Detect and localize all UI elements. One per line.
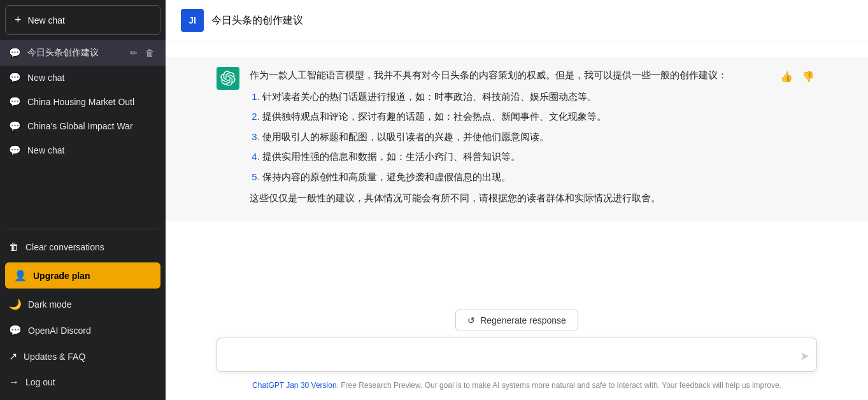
chat-item-label: 今日头条创作建议 [27, 47, 121, 59]
discord-item[interactable]: 💬 OpenAI Discord [0, 317, 166, 343]
chat-item-label: China Housing Market Outl [27, 97, 157, 107]
discord-icon: 💬 [9, 324, 22, 336]
edit-icon[interactable]: ✏ [127, 46, 140, 59]
sidebar-chat-item-new-chat-2[interactable]: 💬 New chat [0, 138, 166, 162]
new-chat-label: New chat [28, 15, 65, 25]
sidebar-divider [8, 229, 158, 229]
list-item-text: 提供独特观点和评论，探讨有趣的话题，如：社会热点、新闻事件、文化现象等。 [262, 111, 606, 122]
list-item-text: 保持内容的原创性和高质量，避免抄袭和虚假信息的出现。 [262, 171, 511, 182]
upgrade-plan-item[interactable]: 👤 Upgrade plan [5, 262, 160, 289]
plus-icon: + [15, 13, 22, 27]
message-actions: 👍 👎 [778, 67, 817, 84]
footer-text: ChatGPT Jan 30 Version. Free Research Pr… [252, 381, 781, 390]
assistant-outro: 这些仅仅是一般性的建议，具体情况可能会有所不同，请根据您的读者群体和实际情况进行… [250, 190, 767, 206]
logout-item[interactable]: → Log out [0, 369, 166, 395]
clear-conversations-item[interactable]: 🗑 Clear conversations [0, 234, 166, 260]
sidebar-chat-item-new-chat-1[interactable]: 💬 New chat [0, 66, 166, 90]
logout-label: Log out [25, 377, 55, 387]
discord-label: OpenAI Discord [28, 325, 91, 336]
list-item-text: 提供实用性强的信息和数据，如：生活小窍门、科普知识等。 [262, 151, 520, 162]
item-actions: ✏ 🗑 [127, 46, 157, 59]
sidebar-chat-item-today-toutiao[interactable]: 💬 今日头条创作建议 ✏ 🗑 [0, 40, 166, 66]
list-item: 提供实用性强的信息和数据，如：生活小窍门、科普知识等。 [262, 148, 767, 165]
user-initials: JI [189, 15, 196, 25]
thumbs-up-button[interactable]: 👍 [778, 69, 795, 84]
chat-item-label: China's Global Impact War [27, 121, 157, 131]
openai-avatar [217, 67, 239, 90]
assistant-message: 作为一款人工智能语言模型，我并不具有对今日头条的内容策划的权威。但是，我可以提供… [166, 57, 868, 222]
dark-mode-label: Dark mode [28, 299, 71, 310]
sidebar-bottom: 🗑 Clear conversations 👤 Upgrade plan 🌙 D… [0, 232, 166, 400]
openai-logo-icon [220, 71, 236, 86]
list-item-text: 使用吸引人的标题和配图，以吸引读者的兴趣，并使他们愿意阅读。 [262, 131, 549, 142]
chat-bubble-icon: 💬 [9, 145, 21, 156]
new-chat-button[interactable]: + New chat [5, 5, 160, 35]
main-content: JI 今日头条的创作建议 作为一款人工智能语言模型，我并不具有对今日头条的内容策… [166, 0, 868, 400]
delete-icon[interactable]: 🗑 [143, 46, 157, 59]
assistant-message-content: 作为一款人工智能语言模型，我并不具有对今日头条的内容策划的权威。但是，我可以提供… [250, 67, 767, 211]
upgrade-plan-label: Upgrade plan [33, 271, 90, 281]
chat-item-label: New chat [27, 73, 157, 83]
external-link-icon: ↗ [9, 350, 17, 362]
chat-bubble-icon: 💬 [9, 120, 21, 132]
chat-header: JI 今日头条的创作建议 [166, 0, 868, 41]
moon-icon: 🌙 [9, 298, 22, 310]
user-avatar: JI [181, 9, 204, 32]
list-item: 提供独特观点和评论，探讨有趣的话题，如：社会热点、新闻事件、文化现象等。 [262, 108, 767, 125]
updates-faq-label: Updates & FAQ [24, 352, 85, 362]
chat-title: 今日头条的创作建议 [211, 14, 303, 27]
list-item: 保持内容的原创性和高质量，避免抄袭和虚假信息的出现。 [262, 169, 767, 185]
assistant-intro: 作为一款人工智能语言模型，我并不具有对今日头条的内容策划的权威。但是，我可以提供… [250, 67, 767, 83]
chat-bubble-icon: 💬 [9, 72, 21, 83]
chat-bubble-icon: 💬 [9, 47, 21, 59]
send-icon: ➤ [800, 349, 809, 363]
list-item-text: 针对读者关心的热门话题进行报道，如：时事政治、科技前沿、娱乐圈动态等。 [262, 91, 597, 102]
chat-bubble-icon: 💬 [9, 96, 21, 108]
chat-bottom: ↺ Regenerate response ➤ ChatGPT Jan 30 V… [166, 302, 868, 400]
logout-icon: → [9, 376, 19, 388]
sidebar-chat-item-china-global[interactable]: 💬 China's Global Impact War [0, 114, 166, 138]
trash-icon: 🗑 [9, 241, 19, 253]
sidebar-chat-item-china-housing[interactable]: 💬 China Housing Market Outl [0, 90, 166, 114]
sidebar: + New chat 💬 今日头条创作建议 ✏ 🗑 💬 New chat 💬 C… [0, 0, 166, 400]
chat-input[interactable] [217, 338, 817, 372]
clear-conversations-label: Clear conversations [25, 242, 104, 252]
footer-description: . Free Research Preview. Our goal is to … [337, 381, 781, 390]
list-item: 使用吸引人的标题和配图，以吸引读者的兴趣，并使他们愿意阅读。 [262, 129, 767, 145]
list-item: 针对读者关心的热门话题进行报道，如：时事政治、科技前沿、娱乐圈动态等。 [262, 89, 767, 105]
send-button[interactable]: ➤ [800, 349, 809, 363]
chat-item-label: New chat [27, 145, 157, 155]
updates-faq-item[interactable]: ↗ Updates & FAQ [0, 343, 166, 369]
thumbs-down-button[interactable]: 👎 [799, 69, 817, 84]
footer-link[interactable]: ChatGPT Jan 30 Version [252, 381, 337, 390]
regenerate-button[interactable]: ↺ Regenerate response [455, 310, 578, 331]
chat-list: 💬 今日头条创作建议 ✏ 🗑 💬 New chat 💬 China Housin… [0, 38, 166, 226]
regenerate-label: Regenerate response [480, 315, 566, 325]
assistant-list: 针对读者关心的热门话题进行报道，如：时事政治、科技前沿、娱乐圈动态等。提供独特观… [250, 89, 767, 185]
user-icon: 👤 [14, 269, 27, 282]
input-row: ➤ [217, 338, 817, 375]
refresh-icon: ↺ [467, 315, 475, 325]
messages-area: 作为一款人工智能语言模型，我并不具有对今日头条的内容策划的权威。但是，我可以提供… [166, 41, 868, 302]
dark-mode-item[interactable]: 🌙 Dark mode [0, 291, 166, 317]
